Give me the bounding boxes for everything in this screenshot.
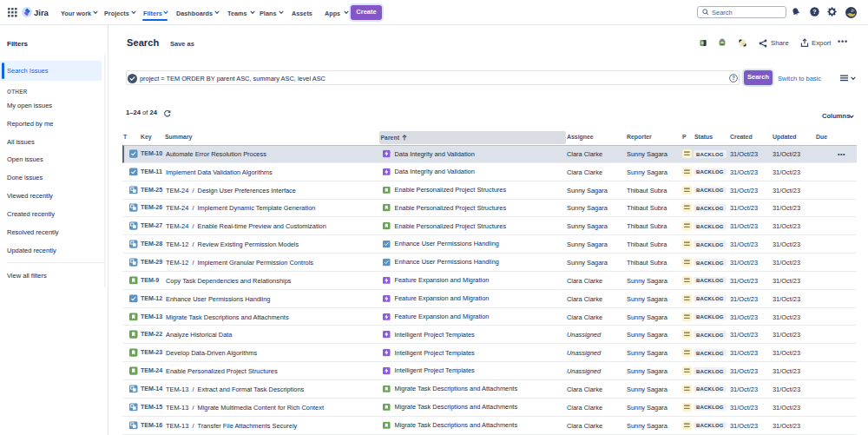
svg-text:?: ? xyxy=(732,75,735,81)
svg-text:?: ? xyxy=(812,9,816,15)
